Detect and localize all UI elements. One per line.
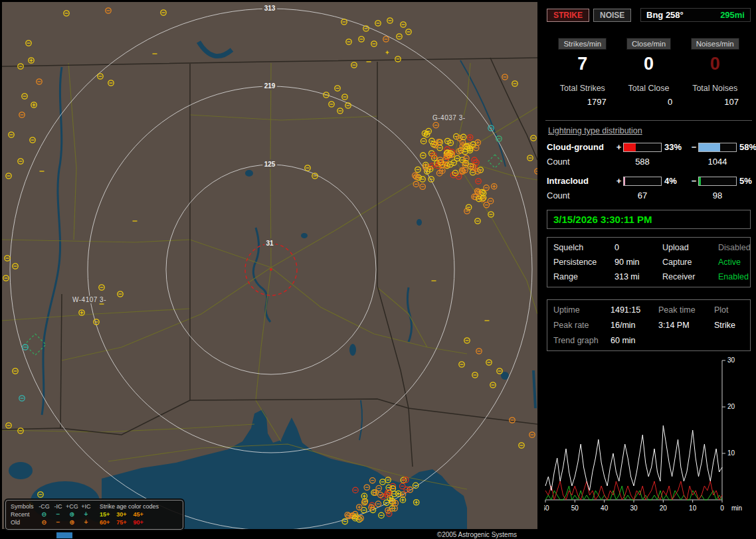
ic-minus-bar xyxy=(698,177,737,186)
legend-header: Symbols -CG -IC +CG +IC Strike age color… xyxy=(11,502,178,510)
legend-row: Old⊖−⊕+60+75+90+ xyxy=(11,518,178,526)
lightning-monitor-app: 31321912531 G-4037 3-W-4107 3- Symbols -… xyxy=(0,0,756,539)
svg-text:10: 10 xyxy=(689,504,697,512)
status-box: Squelch 0 Upload Disabled Persistence 90… xyxy=(547,237,751,287)
svg-text:219: 219 xyxy=(264,82,276,90)
svg-text:10: 10 xyxy=(727,449,735,457)
svg-text:30: 30 xyxy=(630,504,638,512)
lightning-map[interactable]: 31321912531 G-4037 3-W-4107 3- xyxy=(2,2,537,529)
bearing-range: 295mi xyxy=(720,10,745,20)
close-per-min-value: 0 xyxy=(616,54,682,74)
panel-toolbar: STRIKE NOISE Bng 258° 295mi xyxy=(547,8,751,22)
svg-text:30: 30 xyxy=(727,356,735,364)
control-panel: STRIKE NOISE Bng 258° 295mi Strikes/min … xyxy=(541,0,756,539)
intracloud-count-row: Count 67 98 xyxy=(547,191,751,200)
trend-graph: 1020306050403020100min xyxy=(544,356,751,521)
strikes-per-min-value: 7 xyxy=(549,54,616,74)
total-strikes: Total Strikes 1797 xyxy=(549,84,616,107)
svg-text:20: 20 xyxy=(660,504,668,512)
cloud-ground-row: Cloud-ground + 33% − 58% xyxy=(547,142,751,152)
noises-per-min-value: 0 xyxy=(682,54,748,74)
svg-text:60: 60 xyxy=(544,504,549,512)
legend-age-header: Strike age color codes xyxy=(100,502,159,510)
receiver-status: Enabled xyxy=(718,272,751,281)
svg-text:31: 31 xyxy=(266,240,274,247)
close-per-min-label: Close/min xyxy=(626,38,671,50)
trend-graph-area: 1020306050403020100min xyxy=(544,356,756,523)
plus-sign: + xyxy=(614,142,623,152)
strikes-per-min: Strikes/min 7 xyxy=(549,38,616,74)
capture-status: Active xyxy=(718,258,751,267)
divider xyxy=(545,120,752,121)
minus-sign: − xyxy=(690,176,698,186)
map-area[interactable]: 31321912531 G-4037 3-W-4107 3- Symbols -… xyxy=(0,0,539,539)
cg-plus-bar xyxy=(623,143,662,152)
svg-text:20: 20 xyxy=(727,403,735,410)
total-noises: Total Noises 107 xyxy=(682,84,748,107)
svg-text:W-4107 3-: W-4107 3- xyxy=(72,296,106,303)
intracloud-row: Intracloud + 4% − 5% xyxy=(547,176,751,186)
upload-status: Disabled xyxy=(718,243,751,252)
cg-minus-bar xyxy=(698,143,737,152)
copyright-text: ©2005 Astrogenic Systems xyxy=(437,531,517,538)
legend-row: Recent⊖−⊕+15+30+45+ xyxy=(11,510,178,518)
svg-text:min: min xyxy=(731,504,742,512)
map-legend: Symbols -CG -IC +CG +IC Strike age color… xyxy=(5,500,183,530)
noise-button[interactable]: NOISE xyxy=(593,9,631,22)
strikes-per-min-label: Strikes/min xyxy=(558,38,607,50)
svg-text:0: 0 xyxy=(720,504,724,512)
datetime-display: 3/15/2026 3:30:11 PM xyxy=(547,210,751,229)
distribution-block: Cloud-ground + 33% − 58% Count 588 1044 … xyxy=(547,142,751,200)
svg-text:313: 313 xyxy=(264,5,276,12)
noises-per-min: Noises/min 0 xyxy=(682,38,748,74)
legend-rows: Recent⊖−⊕+15+30+45+Old⊖−⊕+60+75+90+ xyxy=(11,510,178,526)
legend-symbols-header: Symbols xyxy=(11,502,37,510)
svg-text:40: 40 xyxy=(601,504,609,512)
totals-row: Total Strikes 1797 Total Close 0 Total N… xyxy=(549,84,748,107)
minus-sign: − xyxy=(690,142,698,152)
close-per-min: Close/min 0 xyxy=(616,38,682,74)
noises-per-min-label: Noises/min xyxy=(691,38,739,50)
strike-button[interactable]: STRIKE xyxy=(547,9,589,22)
svg-text:G-4037 3-: G-4037 3- xyxy=(432,114,466,121)
taskbar-chip xyxy=(56,532,72,538)
bearing-display: Bng 258° 295mi xyxy=(640,8,751,22)
ic-plus-bar xyxy=(623,177,662,186)
svg-text:50: 50 xyxy=(571,504,579,512)
bearing-value: Bng 258° xyxy=(646,10,684,20)
rate-boxes: Strikes/min 7 Close/min 0 Noises/min 0 xyxy=(549,38,748,74)
distribution-heading: Lightning type distribution xyxy=(548,126,749,135)
plus-sign: + xyxy=(614,176,623,186)
session-box: Uptime 1491:15 Peak time Plot Peak rate … xyxy=(547,299,751,351)
cloud-ground-count-row: Count 588 1044 xyxy=(547,157,751,167)
total-close: Total Close 0 xyxy=(616,84,682,107)
svg-text:125: 125 xyxy=(264,161,276,168)
